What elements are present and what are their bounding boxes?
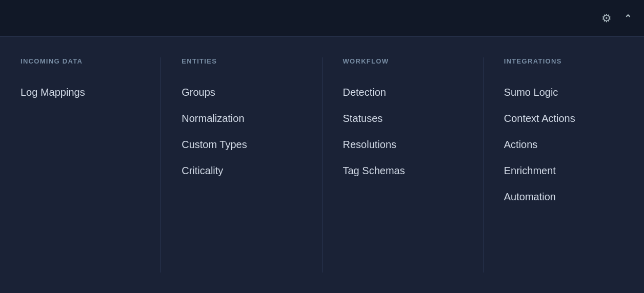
menu-item-groups[interactable]: Groups (182, 79, 301, 106)
menu-item-detection[interactable]: Detection (343, 79, 462, 106)
chevron-up-icon[interactable]: ⌃ (620, 9, 636, 28)
menu-item-criticality[interactable]: Criticality (182, 158, 301, 184)
column-header-incoming-data: INCOMING DATA (21, 57, 140, 65)
menu-item-log-mappings[interactable]: Log Mappings (21, 79, 140, 106)
main-content: INCOMING DATALog MappingsENTITIESGroupsN… (0, 37, 644, 293)
menu-item-actions[interactable]: Actions (504, 132, 623, 158)
column-header-entities: ENTITIES (182, 57, 301, 65)
menu-item-normalization[interactable]: Normalization (182, 106, 301, 132)
top-bar-icons: ⚙ ⌃ (597, 8, 636, 29)
menu-item-statuses[interactable]: Statuses (343, 106, 462, 132)
menu-item-resolutions[interactable]: Resolutions (343, 132, 462, 158)
top-bar: ⚙ ⌃ (0, 0, 644, 37)
column-integrations: INTEGRATIONSSumo LogicContext ActionsAct… (484, 57, 644, 273)
column-header-integrations: INTEGRATIONS (504, 57, 623, 65)
menu-item-tag-schemas[interactable]: Tag Schemas (343, 158, 462, 184)
menu-item-context-actions[interactable]: Context Actions (504, 106, 623, 132)
menu-item-automation[interactable]: Automation (504, 184, 623, 210)
column-entities: ENTITIESGroupsNormalizationCustom TypesC… (161, 57, 322, 273)
column-workflow: WORKFLOWDetectionStatusesResolutionsTag … (323, 57, 484, 273)
menu-item-enrichment[interactable]: Enrichment (504, 158, 623, 184)
menu-item-custom-types[interactable]: Custom Types (182, 132, 301, 158)
column-incoming-data: INCOMING DATALog Mappings (0, 57, 161, 273)
menu-item-sumo-logic[interactable]: Sumo Logic (504, 79, 623, 106)
gear-icon[interactable]: ⚙ (597, 8, 616, 29)
column-header-workflow: WORKFLOW (343, 57, 462, 65)
